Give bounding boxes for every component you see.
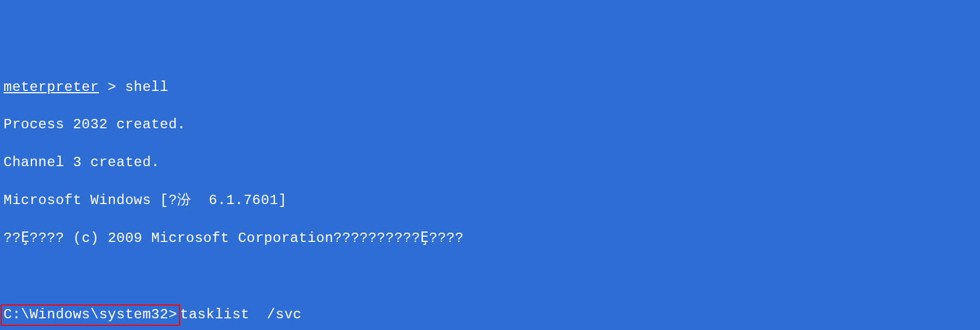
meterpreter-command: shell bbox=[125, 79, 169, 95]
copyright-line: ??Ȩ???? (c) 2009 Microsoft Corporation??… bbox=[3, 229, 977, 248]
meterpreter-prompt: meterpreter bbox=[3, 79, 99, 95]
cmd-prompt-line[interactable]: C:\Windows\system32>tasklist /svc bbox=[3, 304, 977, 325]
cmd-command: tasklist /svc bbox=[180, 307, 302, 322]
meterpreter-line: meterpreter > shell bbox=[3, 78, 977, 97]
cmd-prompt-highlight: C:\Windows\system32> bbox=[1, 304, 180, 325]
windows-version-line: Microsoft Windows [?汾 6.1.7601] bbox=[3, 191, 977, 210]
blank-line-1 bbox=[3, 266, 977, 285]
process-created-line: Process 2032 created. bbox=[3, 115, 977, 134]
meterpreter-sep: > bbox=[99, 79, 125, 95]
channel-created-line: Channel 3 created. bbox=[3, 153, 977, 172]
